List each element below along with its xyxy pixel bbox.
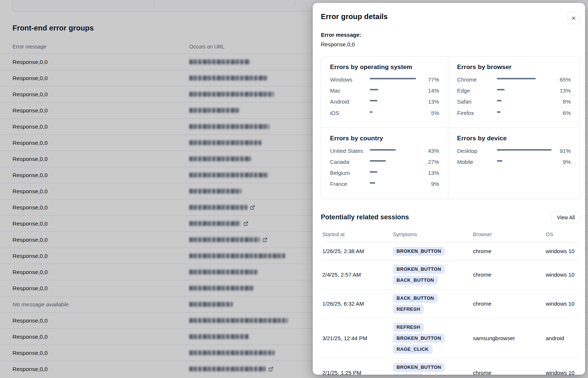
- session-row[interactable]: 2/4/25, 2:57 AM BROKEN_BUTTONBACK_BUTTON…: [322, 260, 580, 289]
- column-started-at: Started at: [322, 231, 393, 237]
- symptom-badge: BROKEN_BUTTON: [393, 334, 445, 343]
- session-os: windows 10: [546, 300, 580, 307]
- stat-bar: [497, 111, 501, 113]
- symptom-badge: REFRESH: [393, 323, 424, 332]
- session-started-at: 3/21/25, 12:44 PM: [322, 335, 393, 341]
- stat-row: Mac 14%: [330, 87, 439, 95]
- stat-bar: [370, 78, 416, 79]
- stat-value: 14%: [420, 87, 439, 95]
- stat-bar: [497, 160, 502, 162]
- panel-header: Error group details ✕: [321, 12, 580, 24]
- stat-value: 8%: [552, 98, 571, 106]
- sessions-header: Potentially related sessions View All: [321, 212, 580, 223]
- column-os: OS: [546, 231, 580, 237]
- stats-section-title: Errors by browser: [457, 64, 571, 71]
- stat-label: Desktop: [457, 147, 497, 155]
- stat-row: Edge 13%: [457, 87, 571, 95]
- stat-row: Mobile 9%: [457, 158, 571, 166]
- session-row[interactable]: 1/26/25, 2:38 AM BROKEN_BUTTON chrome wi…: [322, 242, 580, 260]
- stat-row: Desktop 91%: [457, 147, 571, 155]
- sessions-table: Started at Symptoms Browser OS 1/26/25, …: [322, 227, 580, 375]
- stat-label: Canada: [330, 158, 370, 166]
- session-started-at: 2/1/25, 1:25 PM: [322, 370, 393, 375]
- stat-row: Canada 27%: [330, 158, 439, 166]
- panel-title: Error group details: [321, 12, 388, 21]
- stat-bar: [370, 111, 373, 113]
- session-started-at: 1/26/25, 2:38 AM: [322, 248, 393, 254]
- stat-row: United States 43%: [330, 147, 439, 155]
- stat-label: France: [330, 180, 370, 188]
- sessions-table-header: Started at Symptoms Browser OS: [322, 227, 580, 242]
- stat-bar: [370, 160, 386, 162]
- stat-bar: [497, 78, 536, 79]
- error-message-value: Response,0,0: [321, 41, 580, 47]
- session-browser: chrome: [473, 300, 546, 307]
- stat-value: 13%: [552, 87, 571, 95]
- column-symptoms: Symptoms: [393, 231, 473, 237]
- stats-section: Errors by browser Chrome 65% Edge 13% Sa…: [448, 57, 580, 128]
- session-row[interactable]: 1/26/25, 6:32 AM BACK_BUTTONREFRESH chro…: [322, 289, 580, 318]
- stat-label: Firefox: [457, 109, 497, 117]
- stat-value: 13%: [420, 98, 439, 106]
- symptom-badge: BROKEN_BUTTON: [393, 363, 445, 372]
- stat-value: 91%: [552, 147, 571, 155]
- stat-bar: [370, 149, 396, 151]
- session-browser: samsungbrowser: [473, 335, 546, 341]
- symptom-badge: REFRESH: [393, 374, 424, 375]
- stat-row: Safari 8%: [457, 98, 571, 106]
- session-browser: chrome: [473, 271, 546, 278]
- column-browser: Browser: [473, 231, 546, 237]
- stat-value: 65%: [552, 76, 571, 84]
- stats-grid: Errors by operating system Windows 77% M…: [321, 56, 580, 199]
- session-row[interactable]: 2/1/25, 1:25 PM BROKEN_BUTTONREFRESH chr…: [322, 358, 580, 375]
- close-icon: ✕: [571, 15, 576, 21]
- stat-value: 27%: [420, 158, 439, 166]
- error-message-label: Error message:: [321, 32, 580, 38]
- stat-row: Windows 77%: [330, 76, 439, 84]
- stat-label: Edge: [457, 87, 497, 95]
- symptom-badge: BROKEN_BUTTON: [393, 247, 445, 256]
- stat-label: Belgium: [330, 169, 370, 177]
- stats-section-title: Errors by device: [457, 135, 571, 142]
- symptom-badge: REFRESH: [393, 305, 424, 314]
- session-os: android: [546, 335, 580, 341]
- stat-label: Windows: [330, 76, 370, 84]
- symptom-badge: BACK_BUTTON: [393, 276, 438, 285]
- session-browser: chrome: [473, 370, 546, 375]
- stat-row: Firefox 6%: [457, 109, 571, 117]
- session-started-at: 1/26/25, 6:32 AM: [322, 300, 393, 307]
- stat-value: 13%: [420, 169, 439, 177]
- stat-row: Belgium 13%: [330, 169, 439, 177]
- symptom-badge: BACK_BUTTON: [393, 294, 438, 303]
- stat-value: 9%: [420, 180, 439, 188]
- stat-row: Chrome 65%: [457, 76, 571, 84]
- stat-label: Android: [330, 98, 370, 106]
- stat-bar: [370, 182, 375, 184]
- stat-label: Mobile: [457, 158, 497, 166]
- stat-value: 77%: [420, 76, 439, 84]
- stat-row: Android 13%: [330, 98, 439, 106]
- stat-value: 9%: [552, 158, 571, 166]
- session-browser: chrome: [473, 248, 546, 254]
- error-group-details-panel: Error group details ✕ Error message: Res…: [313, 3, 585, 375]
- stats-section-title: Errors by operating system: [330, 64, 439, 71]
- session-os: windows 10: [546, 271, 580, 278]
- stats-section: Errors by operating system Windows 77% M…: [321, 57, 448, 128]
- stat-label: iOS: [330, 109, 370, 117]
- symptom-badge: RAGE_CLICK: [393, 345, 433, 354]
- stat-value: 6%: [552, 109, 571, 117]
- stat-row: iOS 5%: [330, 109, 439, 117]
- session-started-at: 2/4/25, 2:57 AM: [322, 271, 393, 278]
- stat-label: Mac: [330, 87, 370, 95]
- stats-section: Errors by device Desktop 91% Mobile 9%: [448, 128, 580, 199]
- stat-bar: [370, 100, 377, 101]
- sessions-title: Potentially related sessions: [321, 213, 409, 221]
- view-all-button[interactable]: View All: [552, 212, 580, 223]
- close-button[interactable]: ✕: [567, 12, 580, 24]
- session-row[interactable]: 3/21/25, 12:44 PM REFRESHBROKEN_BUTTONRA…: [322, 318, 580, 358]
- stat-value: 5%: [420, 109, 439, 117]
- stat-bar: [497, 89, 505, 90]
- stat-label: Chrome: [457, 76, 497, 84]
- stats-section: Errors by country United States 43% Cana…: [321, 128, 448, 199]
- symptom-badge: BROKEN_BUTTON: [393, 265, 445, 274]
